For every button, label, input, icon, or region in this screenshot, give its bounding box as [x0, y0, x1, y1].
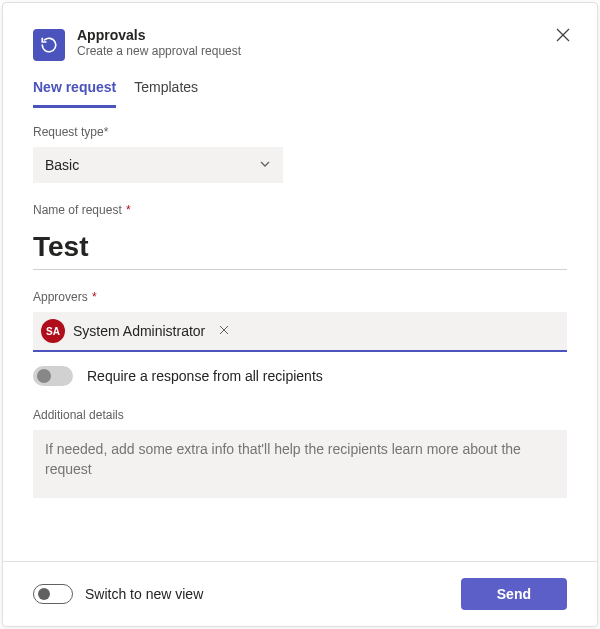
close-icon [556, 28, 570, 46]
details-textarea[interactable] [33, 430, 567, 498]
approvers-input[interactable]: SA System Administrator [33, 312, 567, 352]
tab-templates[interactable]: Templates [134, 71, 198, 108]
dialog-header: Approvals Create a new approval request [3, 3, 597, 71]
x-icon [219, 325, 229, 335]
form-scroll-area[interactable]: Request type* Basic Name of request * Ap… [3, 109, 597, 561]
avatar: SA [41, 319, 65, 343]
switch-view-label: Switch to new view [85, 586, 203, 602]
close-button[interactable] [551, 25, 575, 49]
send-button[interactable]: Send [461, 578, 567, 610]
chevron-down-icon [259, 157, 271, 173]
request-type-select[interactable]: Basic [33, 147, 283, 183]
require-response-label: Require a response from all recipients [87, 368, 323, 384]
dialog-footer: Switch to new view Send [3, 561, 597, 626]
request-type-label: Request type* [33, 125, 567, 139]
approvals-dialog: Approvals Create a new approval request … [2, 2, 598, 627]
switch-view-toggle[interactable] [33, 584, 73, 604]
details-label: Additional details [33, 408, 567, 422]
dialog-subtitle: Create a new approval request [77, 44, 241, 58]
remove-approver-button[interactable] [215, 322, 233, 340]
required-mark: * [92, 290, 97, 304]
approver-chip-name: System Administrator [73, 323, 205, 339]
tab-new-request[interactable]: New request [33, 71, 116, 108]
require-response-row: Require a response from all recipients [33, 366, 567, 386]
name-input[interactable] [33, 225, 567, 270]
dialog-title: Approvals [77, 27, 241, 43]
require-response-toggle[interactable] [33, 366, 73, 386]
request-type-value: Basic [45, 157, 79, 173]
field-approvers: Approvers * SA System Administrator [33, 290, 567, 352]
tabs: New request Templates [3, 71, 597, 109]
field-details: Additional details [33, 408, 567, 502]
name-label: Name of request * [33, 203, 567, 217]
field-request-type: Request type* Basic [33, 125, 567, 183]
approvals-app-icon [33, 29, 65, 61]
field-name: Name of request * [33, 203, 567, 270]
required-mark: * [126, 203, 131, 217]
approvers-label: Approvers * [33, 290, 567, 304]
